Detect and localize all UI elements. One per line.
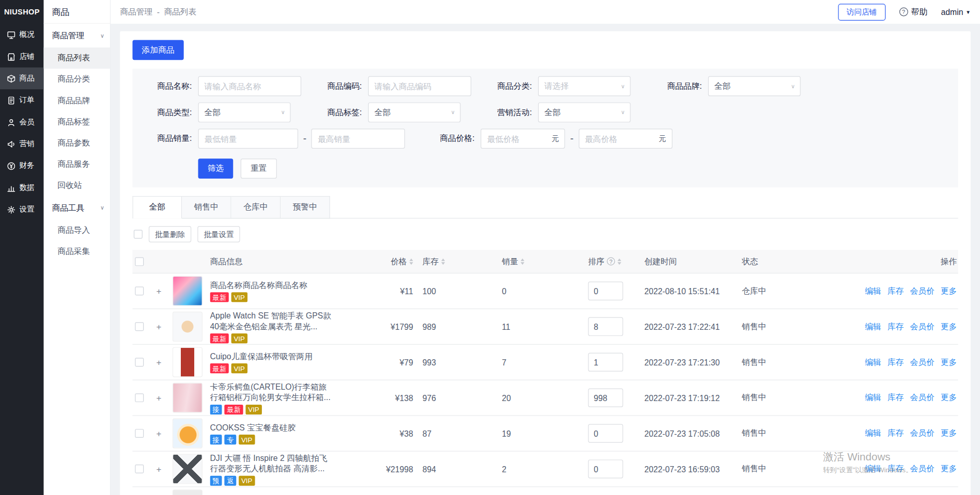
expand-toggle[interactable]: + — [156, 428, 172, 438]
edit-link[interactable]: 编辑 — [865, 392, 881, 404]
expand-toggle[interactable]: + — [156, 322, 172, 331]
batch-select-checkbox[interactable] — [134, 230, 143, 238]
product-name-input[interactable] — [198, 76, 302, 97]
submenu-group-goods-tools[interactable]: 商品工具 ∨ — [44, 196, 110, 220]
sidebar-item-members[interactable]: 会员 — [0, 111, 44, 133]
member-price-link[interactable]: 会员价 — [910, 464, 934, 475]
order-sort-toggle[interactable] — [617, 258, 621, 264]
batch-settings-button[interactable]: 批量设置 — [197, 226, 240, 242]
sidebar-item-goods[interactable]: 商品 — [0, 68, 44, 89]
member-price-link[interactable]: 会员价 — [910, 321, 934, 332]
product-badges: 最新 VIP — [210, 292, 247, 302]
member-price-link[interactable]: 会员价 — [910, 357, 934, 368]
price-sort-toggle[interactable] — [409, 258, 413, 264]
sort-input[interactable] — [588, 424, 623, 442]
edit-link[interactable]: 编辑 — [865, 464, 881, 475]
submenu-item-goods-category[interactable]: 商品分类 — [44, 69, 110, 90]
more-link[interactable]: 更多 — [941, 321, 957, 332]
help-button[interactable]: ? 帮助 — [899, 6, 927, 18]
filter-submit-button[interactable]: 筛选 — [198, 158, 234, 179]
sidebar-item-marketing[interactable]: 营销 — [0, 133, 44, 155]
edit-link[interactable]: 编辑 — [865, 428, 881, 439]
visit-shop-button[interactable]: 访问店铺 — [838, 4, 885, 21]
add-product-button[interactable]: 添加商品 — [132, 40, 183, 60]
submenu-group-goods-manage[interactable]: 商品管理 ∨ — [44, 24, 110, 47]
select-all-checkbox[interactable] — [135, 257, 144, 266]
batch-delete-button[interactable]: 批量删除 — [149, 226, 191, 242]
type-select[interactable]: 全部 ∨ — [198, 102, 291, 122]
edit-link[interactable]: 编辑 — [865, 357, 881, 368]
sales-sort-toggle[interactable] — [521, 258, 524, 264]
expand-toggle[interactable]: + — [156, 357, 172, 367]
sidebar-item-shop[interactable]: 店铺 — [0, 45, 44, 67]
edit-link[interactable]: 编辑 — [865, 285, 881, 297]
row-checkbox[interactable] — [135, 322, 144, 331]
row-checkbox[interactable] — [135, 465, 144, 473]
category-select[interactable]: 请选择 ∨ — [538, 76, 631, 97]
stock-sort-toggle[interactable] — [441, 258, 445, 264]
row-checkbox[interactable] — [135, 358, 144, 366]
min-sales-input[interactable] — [198, 129, 299, 149]
stock-link[interactable]: 库存 — [888, 357, 904, 368]
sort-input[interactable] — [588, 353, 623, 372]
sort-input[interactable] — [588, 282, 623, 300]
question-icon[interactable]: ? — [607, 257, 615, 265]
tab-on-sale[interactable]: 销售中 — [182, 196, 231, 219]
more-link[interactable]: 更多 — [941, 392, 957, 404]
member-price-link[interactable]: 会员价 — [910, 428, 934, 439]
expand-toggle[interactable]: + — [156, 464, 172, 474]
member-price-link[interactable]: 会员价 — [910, 392, 934, 404]
activity-select[interactable]: 全部 ∨ — [538, 102, 631, 122]
more-link[interactable]: 更多 — [941, 428, 957, 439]
edit-link[interactable]: 编辑 — [865, 321, 881, 332]
submenu-item-recycle-bin[interactable]: 回收站 — [44, 175, 110, 196]
tab-all[interactable]: 全部 — [132, 196, 182, 219]
submenu-item-goods-service[interactable]: 商品服务 — [44, 154, 110, 175]
member-price-link[interactable]: 会员价 — [910, 285, 934, 297]
more-link[interactable]: 更多 — [941, 464, 957, 475]
max-price-input[interactable] — [585, 134, 656, 143]
submenu-item-goods-import[interactable]: 商品导入 — [44, 220, 110, 241]
submenu-item-goods-params[interactable]: 商品参数 — [44, 132, 110, 153]
user-menu[interactable]: admin ▼ — [941, 7, 971, 17]
min-price-input[interactable] — [487, 134, 549, 143]
submenu-item-goods-list[interactable]: 商品列表 — [44, 47, 110, 69]
tab-in-warehouse[interactable]: 仓库中 — [231, 196, 281, 219]
sort-input[interactable] — [588, 317, 623, 336]
sidebar-item-label: 财务 — [20, 161, 35, 171]
more-link[interactable]: 更多 — [941, 357, 957, 368]
table-row: + 小米 米家投影仪2 投影仪家用 家... — [132, 487, 958, 495]
row-checkbox[interactable] — [135, 393, 144, 402]
sidebar-item-settings[interactable]: 设置 — [0, 199, 44, 220]
filter-type: 商品类型: 全部 ∨ — [139, 102, 302, 122]
sidebar-item-data[interactable]: 数据 — [0, 177, 44, 198]
stock-link[interactable]: 库存 — [888, 392, 904, 404]
tag-select[interactable]: 全部 ∨ — [368, 102, 461, 122]
more-link[interactable]: 更多 — [941, 285, 957, 297]
brand-select[interactable]: 全部 ∨ — [708, 76, 801, 97]
submenu-item-goods-label[interactable]: 商品标签 — [44, 111, 110, 132]
row-checkbox[interactable] — [135, 286, 144, 295]
tab-warning[interactable]: 预警中 — [281, 196, 330, 219]
filter-label: 商品分类: — [479, 81, 538, 92]
sidebar-item-overview[interactable]: 概况 — [0, 24, 44, 45]
sort-input[interactable] — [588, 459, 623, 478]
stock-link[interactable]: 库存 — [888, 464, 904, 475]
sort-input[interactable] — [588, 388, 623, 407]
max-sales-input[interactable] — [312, 129, 405, 149]
sidebar-item-finance[interactable]: 财务 — [0, 155, 44, 177]
status-cell: 销售中 — [742, 321, 797, 332]
product-code-input[interactable] — [368, 76, 472, 97]
submenu-item-goods-brand[interactable]: 商品品牌 — [44, 90, 110, 111]
stock-link[interactable]: 库存 — [888, 428, 904, 439]
expand-toggle[interactable]: + — [156, 393, 172, 403]
row-checkbox[interactable] — [135, 429, 144, 438]
filter-reset-button[interactable]: 重置 — [241, 158, 277, 179]
expand-toggle[interactable]: + — [156, 286, 172, 296]
stock-link[interactable]: 库存 — [888, 321, 904, 332]
stock-link[interactable]: 库存 — [888, 285, 904, 297]
status-cell: 销售中 — [742, 428, 797, 439]
submenu-item-goods-collect[interactable]: 商品采集 — [44, 241, 110, 262]
breadcrumb-item[interactable]: 商品管理 — [120, 6, 152, 18]
sidebar-item-orders[interactable]: 订单 — [0, 89, 44, 111]
